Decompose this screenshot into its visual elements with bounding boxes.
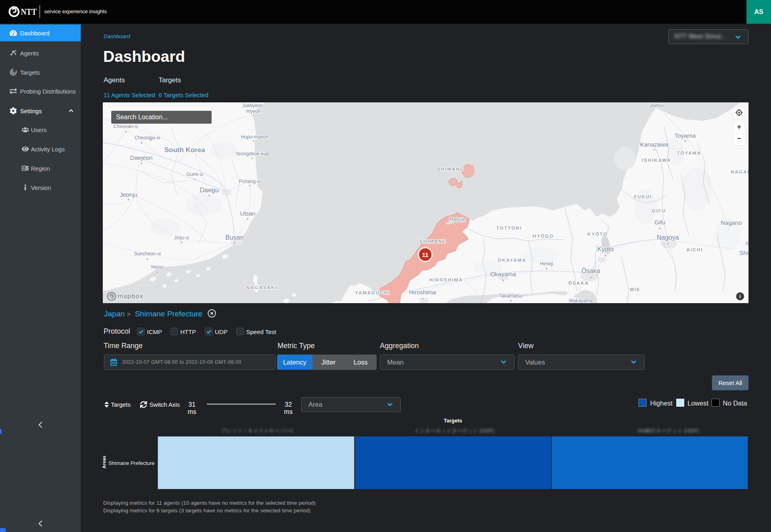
svg-text:Jeonju: Jeonju	[120, 191, 137, 198]
svg-text:A: A	[22, 166, 25, 170]
svg-text:mapbox: mapbox	[117, 292, 143, 300]
svg-text:NAGASAKI: NAGASAKI	[246, 285, 277, 290]
svg-text:HYŌGO: HYŌGO	[533, 234, 554, 238]
svg-text:Wakayama: Wakayama	[569, 298, 593, 303]
svg-text:Joetsu: Joetsu	[649, 103, 663, 108]
svg-text:Jinju-si: Jinju-si	[174, 235, 189, 241]
svg-text:HIROSHIMA: HIROSHIMA	[429, 277, 463, 282]
svg-text:Shizuoka: Shizuoka	[739, 249, 749, 256]
svg-text:Nagano: Nagano	[721, 219, 742, 226]
svg-text:OKAYAMA: OKAYAMA	[498, 258, 526, 263]
svg-text:Okayama: Okayama	[490, 271, 516, 277]
svg-text:SHIMANE: SHIMANE	[419, 239, 446, 244]
svg-text:Nagoya: Nagoya	[657, 234, 679, 241]
svg-text:MIE: MIE	[630, 287, 640, 292]
svg-text:Cheongju-si: Cheongju-si	[135, 135, 160, 141]
svg-text:Kyoto: Kyoto	[598, 246, 614, 253]
svg-text:TOTTORI: TOTTORI	[496, 226, 522, 230]
svg-text:Yeongdeok-eup: Yeongdeok-eup	[235, 151, 269, 157]
svg-text:GIFU: GIFU	[652, 208, 666, 213]
svg-text:NAGANO: NAGANO	[730, 169, 749, 174]
svg-text:South Korea: South Korea	[164, 146, 205, 154]
svg-text:ŌSAKA: ŌSAKA	[568, 281, 589, 285]
svg-text:Hupo-myeon: Hupo-myeon	[241, 134, 269, 140]
svg-text:myeon: myeon	[246, 108, 261, 114]
svg-text:11: 11	[422, 251, 428, 258]
svg-text:Takamatsu: Takamatsu	[499, 293, 522, 299]
svg-text:ISHIKAWA: ISHIKAWA	[642, 158, 671, 163]
svg-text:Gifu: Gifu	[654, 219, 665, 226]
svg-text:Kanazawa: Kanazawa	[640, 141, 669, 148]
svg-text:Suncheon-si: Suncheon-si	[134, 251, 161, 257]
svg-text:Z: Z	[26, 166, 28, 170]
svg-text:Hiroshima: Hiroshima	[409, 289, 436, 296]
svg-text:Yeosu: Yeosu	[151, 264, 164, 270]
svg-text:Matsue: Matsue	[449, 216, 465, 222]
svg-text:Cheonan-si: Cheonan-si	[113, 124, 138, 129]
svg-text:Daejeon: Daejeon	[130, 154, 153, 161]
svg-text:Busan: Busan	[225, 234, 243, 241]
svg-text:Daegu: Daegu	[200, 187, 218, 194]
svg-text:Gumi-si: Gumi-si	[186, 171, 203, 177]
svg-text:AICHI: AICHI	[686, 247, 703, 252]
svg-text:Pohang-si: Pohang-si	[239, 179, 261, 184]
svg-text:Jukbyeon-: Jukbyeon-	[242, 103, 264, 108]
svg-text:FUKUI: FUKUI	[634, 194, 652, 199]
svg-text:KYŌTO: KYŌTO	[587, 232, 608, 236]
svg-text:Ōsaka: Ōsaka	[581, 267, 600, 274]
svg-text:Himeji: Himeji	[540, 261, 553, 267]
svg-text:Ulsan: Ulsan	[240, 210, 255, 217]
svg-text:SHIMANE: SHIMANE	[437, 167, 464, 171]
svg-text:TOYAMA: TOYAMA	[677, 151, 702, 155]
svg-text:YAMAGUCHI: YAMAGUCHI	[355, 290, 390, 295]
svg-text:Toyama: Toyama	[675, 132, 696, 139]
svg-text:SHIZUOKA: SHIZUOKA	[745, 241, 749, 246]
